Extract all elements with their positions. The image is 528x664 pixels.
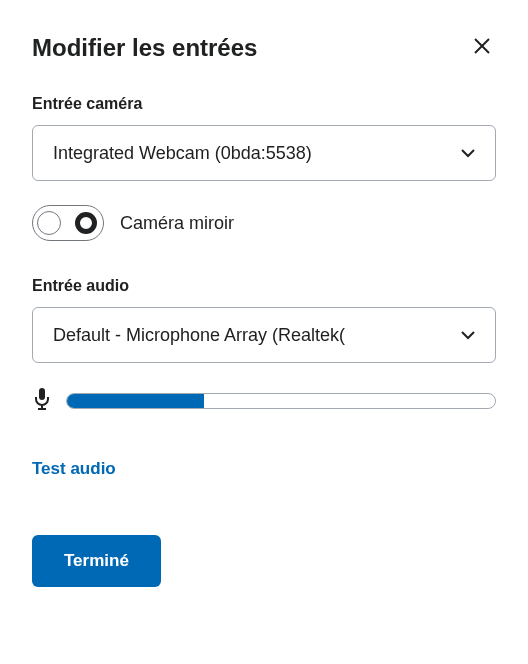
- audio-select-value: Default - Microphone Array (Realtek(: [53, 325, 345, 346]
- audio-level-meter: [66, 393, 496, 409]
- done-button[interactable]: Terminé: [32, 535, 161, 587]
- close-icon: [472, 36, 492, 59]
- camera-select[interactable]: Integrated Webcam (0bda:5538): [32, 125, 496, 181]
- test-audio-link[interactable]: Test audio: [32, 459, 116, 479]
- mirror-camera-toggle[interactable]: [32, 205, 104, 241]
- dialog-title: Modifier les entrées: [32, 34, 257, 62]
- audio-level-fill: [67, 394, 204, 408]
- camera-section: Entrée caméra Integrated Webcam (0bda:55…: [32, 95, 496, 241]
- close-button[interactable]: [468, 32, 496, 63]
- audio-select[interactable]: Default - Microphone Array (Realtek(: [32, 307, 496, 363]
- toggle-on-indicator: [75, 212, 97, 234]
- microphone-icon: [32, 387, 52, 415]
- camera-select-value: Integrated Webcam (0bda:5538): [53, 143, 312, 164]
- camera-input-label: Entrée caméra: [32, 95, 496, 113]
- audio-section: Entrée audio Default - Microphone Array …: [32, 277, 496, 415]
- mirror-camera-label: Caméra miroir: [120, 213, 234, 234]
- toggle-off-indicator: [37, 211, 61, 235]
- audio-input-label: Entrée audio: [32, 277, 496, 295]
- svg-rect-2: [39, 388, 45, 400]
